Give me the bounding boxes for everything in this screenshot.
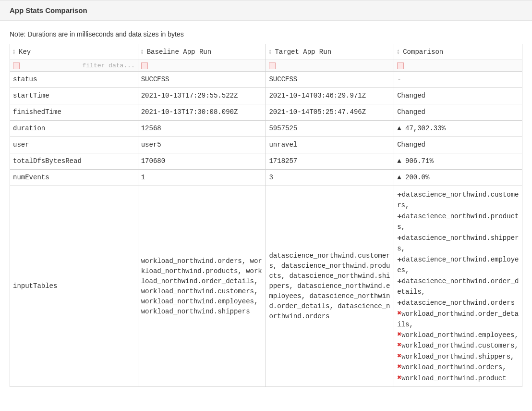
filter-icon[interactable] — [13, 62, 20, 69]
plus-icon: ✚ — [397, 255, 402, 264]
cell-key: user — [10, 137, 138, 153]
comparison-removed-item: ✖workload_northwind.employees, — [397, 330, 519, 341]
comparison-added-item: ✚datascience_northwind.customers, — [397, 189, 519, 211]
note-text: Note: Durations are in milliseconds and … — [10, 30, 522, 38]
cell-comparison: Changed — [394, 137, 522, 153]
cell-key: duration — [10, 121, 138, 137]
table-row: finishedTime2021-10-13T17:30:08.090Z2021… — [10, 104, 522, 121]
cell-comparison: ▲ 906.71% — [394, 153, 522, 170]
cell-target: 1718257 — [266, 153, 394, 170]
filter-icon[interactable] — [397, 62, 404, 69]
cell-comparison: ▲ 47,302.33% — [394, 121, 522, 137]
x-icon: ✖ — [397, 374, 401, 382]
plus-icon: ✚ — [397, 299, 402, 307]
plus-icon: ✚ — [397, 277, 402, 286]
plus-icon: ✚ — [397, 212, 402, 221]
sort-icon[interactable] — [397, 49, 402, 55]
comparison-removed-item: ✖workload_northwind.shippers, — [397, 351, 519, 362]
filter-row — [10, 60, 522, 72]
sort-icon[interactable] — [269, 49, 274, 55]
sort-icon[interactable] — [141, 49, 146, 55]
cell-key: totalDfsBytesRead — [10, 153, 138, 170]
comparison-added-item: ✚datascience_northwind.orders — [397, 297, 519, 309]
plus-icon: ✚ — [397, 234, 402, 242]
panel-title: App Stats Comparison — [10, 6, 87, 14]
cell-comparison: - — [394, 72, 522, 88]
cell-key: inputTables — [10, 186, 138, 387]
table-row: statusSUCCESSSUCCESS- — [10, 72, 522, 88]
cell-key: startTime — [10, 88, 138, 104]
column-header-target[interactable]: Target App Run — [266, 44, 394, 60]
comparison-added-item: ✚datascience_northwind.employees, — [397, 254, 519, 275]
x-icon: ✖ — [397, 310, 401, 318]
cell-baseline: user5 — [138, 137, 266, 153]
cell-key: finishedTime — [10, 104, 138, 121]
filter-icon[interactable] — [269, 62, 276, 69]
cell-baseline: 170680 — [138, 153, 266, 170]
table-row: inputTablesworkload_northwind.orders, wo… — [10, 186, 522, 387]
stats-table: Key Baseline App Run Target App Run Comp… — [10, 44, 522, 387]
table-row: numEvents13▲ 200.0% — [10, 170, 522, 186]
cell-comparison: ▲ 200.0% — [394, 170, 522, 186]
table-row: startTime2021-10-13T17:29:55.522Z2021-10… — [10, 88, 522, 104]
comparison-added-item: ✚datascience_northwind.shippers, — [397, 232, 519, 254]
table-row: duration125685957525▲ 47,302.33% — [10, 121, 522, 137]
cell-comparison: ✚datascience_northwind.customers,✚datasc… — [394, 186, 522, 387]
comparison-added-item: ✚datascience_northwind.products, — [397, 211, 519, 232]
cell-target: unravel — [266, 137, 394, 153]
plus-icon: ✚ — [397, 190, 402, 199]
column-header-key[interactable]: Key — [10, 44, 138, 60]
comparison-removed-item: ✖workload_northwind.order_details, — [397, 309, 519, 330]
table-row: useruser5unravelChanged — [10, 137, 522, 153]
comparison-added-item: ✚datascience_northwind.order_details, — [397, 275, 519, 297]
x-icon: ✖ — [397, 331, 401, 339]
cell-target: 2021-10-14T03:46:29.971Z — [266, 88, 394, 104]
x-icon: ✖ — [397, 363, 401, 371]
cell-comparison: Changed — [394, 104, 522, 121]
cell-baseline: 12568 — [138, 121, 266, 137]
cell-baseline: 2021-10-13T17:29:55.522Z — [138, 88, 266, 104]
sort-icon[interactable] — [13, 49, 18, 55]
x-icon: ✖ — [397, 352, 401, 361]
filter-input-key[interactable] — [22, 62, 135, 69]
comparison-removed-item: ✖workload_northwind.product — [397, 373, 519, 384]
cell-baseline: 1 — [138, 170, 266, 186]
cell-baseline: 2021-10-13T17:30:08.090Z — [138, 104, 266, 121]
comparison-removed-item: ✖workload_northwind.customers, — [397, 340, 519, 351]
comparison-removed-item: ✖workload_northwind.orders, — [397, 362, 519, 373]
cell-baseline: SUCCESS — [138, 72, 266, 88]
filter-icon[interactable] — [141, 62, 148, 69]
column-header-baseline[interactable]: Baseline App Run — [138, 44, 266, 60]
cell-comparison: Changed — [394, 88, 522, 104]
cell-target: 2021-10-14T05:25:47.496Z — [266, 104, 394, 121]
x-icon: ✖ — [397, 341, 401, 349]
table-header-row: Key Baseline App Run Target App Run Comp… — [10, 44, 522, 60]
cell-target: 3 — [266, 170, 394, 186]
table-row: totalDfsBytesRead1706801718257▲ 906.71% — [10, 153, 522, 170]
cell-target: datascience_northwind.customers, datasci… — [266, 186, 394, 387]
column-header-comparison[interactable]: Comparison — [394, 44, 522, 60]
cell-key: numEvents — [10, 170, 138, 186]
panel-header: App Stats Comparison — [0, 0, 532, 21]
cell-key: status — [10, 72, 138, 88]
cell-baseline: workload_northwind.orders, workload_nort… — [138, 186, 266, 387]
cell-target: 5957525 — [266, 121, 394, 137]
cell-target: SUCCESS — [266, 72, 394, 88]
